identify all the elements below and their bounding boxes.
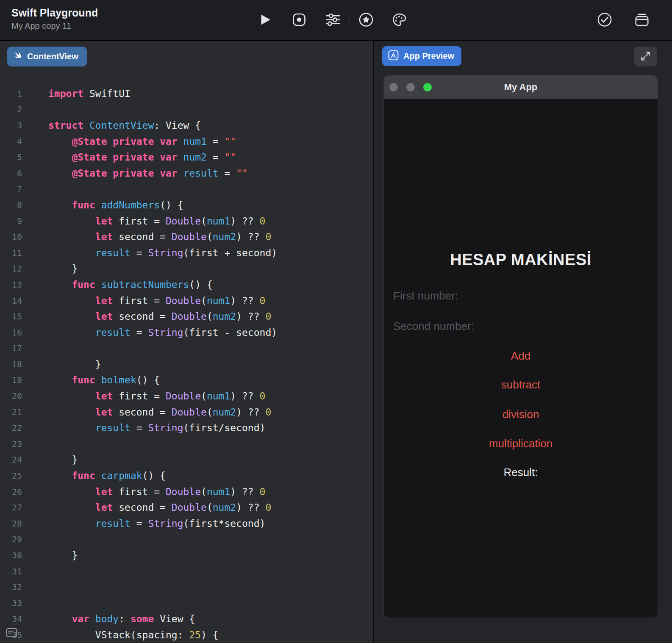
code-text: @State private var num2 = "" — [22, 152, 236, 163]
traffic-light-3[interactable] — [423, 83, 432, 91]
code-line[interactable]: 13 func subtractNumbers() { — [0, 277, 373, 293]
line-number: 4 — [0, 136, 22, 147]
code-text: } — [22, 359, 101, 370]
line-number: 22 — [0, 423, 22, 433]
validate-button[interactable] — [597, 11, 613, 29]
code-text: } — [22, 454, 78, 465]
calc-button-multiplication[interactable]: multiplication — [384, 437, 658, 450]
code-text: let second = Double(num2) ?? 0 — [22, 231, 271, 242]
code-line[interactable]: 16 result = String(first - second) — [0, 324, 373, 341]
line-number: 6 — [0, 168, 22, 178]
app-preview-icon — [387, 49, 400, 64]
calc-button-add[interactable]: Add — [384, 349, 658, 363]
line-number: 31 — [0, 566, 22, 576]
line-number: 17 — [0, 343, 22, 353]
traffic-light-1[interactable] — [389, 83, 398, 91]
code-line[interactable]: 21 let second = Double(num2) ?? 0 — [0, 404, 373, 420]
line-number: 2 — [0, 104, 22, 114]
code-line[interactable]: 3struct ContentView: View { — [0, 117, 373, 133]
line-number: 16 — [0, 327, 22, 338]
line-number: 20 — [0, 391, 22, 401]
code-line[interactable]: 30 } — [0, 547, 373, 563]
line-number: 21 — [0, 407, 22, 417]
code-line[interactable]: 1import SwiftUI — [0, 86, 373, 102]
line-number: 14 — [0, 296, 22, 306]
code-text: let second = Double(num2) ?? 0 — [22, 311, 271, 322]
code-line[interactable]: 15 let second = Double(num2) ?? 0 — [0, 308, 373, 324]
calc-button-subtract[interactable]: subtract — [384, 378, 658, 391]
console-icon — [6, 632, 17, 639]
code-text: func carpmak() { — [22, 470, 166, 481]
document-subtitle: My App copy 11 — [11, 21, 71, 31]
line-number: 5 — [0, 152, 22, 162]
code-line[interactable]: 27 let second = Double(num2) ?? 0 — [0, 499, 373, 516]
code-text: func addNumbers() { — [22, 200, 183, 211]
code-line[interactable]: 23 — [0, 436, 373, 452]
code-line[interactable]: 34 var body: some View { — [0, 611, 373, 627]
code-line[interactable]: 33 — [0, 595, 373, 611]
code-line[interactable]: 4 @State private var num1 = "" — [0, 133, 373, 150]
console-toggle-button[interactable] — [6, 628, 17, 639]
traffic-lights — [389, 83, 432, 91]
code-line[interactable]: 6 @State private var result = "" — [0, 165, 373, 181]
calc-input-placeholder-2[interactable]: Second number: — [393, 320, 474, 333]
code-line[interactable]: 10 let second = Double(num2) ?? 0 — [0, 229, 373, 245]
code-line[interactable]: 24 } — [0, 452, 373, 468]
code-line[interactable]: 12 } — [0, 261, 373, 277]
line-number: 25 — [0, 471, 22, 481]
traffic-light-2[interactable] — [406, 83, 415, 91]
code-line[interactable]: 31 — [0, 563, 373, 579]
app-preview-button[interactable]: App Preview — [382, 46, 461, 66]
code-text: var body: some View { — [22, 613, 195, 624]
preview-pane: App Preview My App HESAP MAKİNESİ First … — [374, 41, 672, 643]
code-line[interactable]: 18 } — [0, 356, 373, 372]
code-text: @State private var num1 = "" — [22, 136, 236, 147]
app-window-title: My App — [504, 82, 538, 93]
expand-preview-button[interactable] — [634, 47, 657, 67]
window-stack-icon — [633, 11, 650, 29]
calc-button-division[interactable]: division — [384, 408, 658, 421]
stop-button[interactable] — [292, 12, 307, 28]
code-line[interactable]: 22 result = String(first/second) — [0, 420, 373, 436]
line-number: 11 — [0, 248, 22, 258]
window-layout-button[interactable] — [633, 11, 650, 29]
code-line[interactable]: 17 — [0, 341, 373, 357]
code-line[interactable]: 2 — [0, 102, 373, 118]
code-text: let first = Double(num1) ?? 0 — [22, 216, 265, 227]
app-window-titlebar[interactable]: My App — [384, 75, 658, 99]
line-number: 10 — [0, 232, 22, 242]
code-text: } — [22, 263, 78, 274]
run-button[interactable] — [258, 12, 272, 28]
line-number: 18 — [0, 359, 22, 369]
tab-contentview[interactable]: ContentView — [7, 47, 87, 67]
toolbar-divider — [350, 14, 350, 26]
code-line[interactable]: 9 let first = Double(num1) ?? 0 — [0, 213, 373, 229]
code-text: VStack(spacing: 25) { — [22, 629, 219, 640]
line-number: 7 — [0, 184, 22, 194]
adjustments-button[interactable] — [325, 12, 341, 28]
code-text: result = String(first*second) — [22, 518, 265, 529]
code-line[interactable]: 35 VStack(spacing: 25) { — [0, 627, 373, 643]
code-line[interactable]: 14 let first = Double(num1) ?? 0 — [0, 293, 373, 309]
code-line[interactable]: 25 func carpmak() { — [0, 468, 373, 484]
code-text: func bolmek() { — [22, 374, 160, 385]
toolbar: Swift Playground My App copy 11 — [0, 0, 672, 41]
code-line[interactable]: 29 — [0, 532, 373, 548]
calc-input-placeholder-1[interactable]: First number: — [393, 289, 458, 302]
favorites-button[interactable] — [358, 11, 374, 29]
code-line[interactable]: 28 result = String(first*second) — [0, 516, 373, 532]
code-line[interactable]: 8 func addNumbers() { — [0, 197, 373, 213]
stop-icon — [292, 12, 307, 28]
check-circle-icon — [597, 11, 613, 29]
code-line[interactable]: 19 func bolmek() { — [0, 372, 373, 388]
play-icon — [258, 12, 272, 28]
code-line[interactable]: 32 — [0, 579, 373, 595]
code-line[interactable]: 11 result = String(first + second) — [0, 245, 373, 261]
code-line[interactable]: 26 let first = Double(num1) ?? 0 — [0, 484, 373, 500]
line-number: 1 — [0, 89, 22, 99]
code-line[interactable]: 20 let first = Double(num1) ?? 0 — [0, 388, 373, 404]
code-line[interactable]: 5 @State private var num2 = "" — [0, 149, 373, 165]
appearance-button[interactable] — [391, 12, 408, 28]
code-line[interactable]: 7 — [0, 181, 373, 197]
expand-icon — [640, 50, 651, 63]
